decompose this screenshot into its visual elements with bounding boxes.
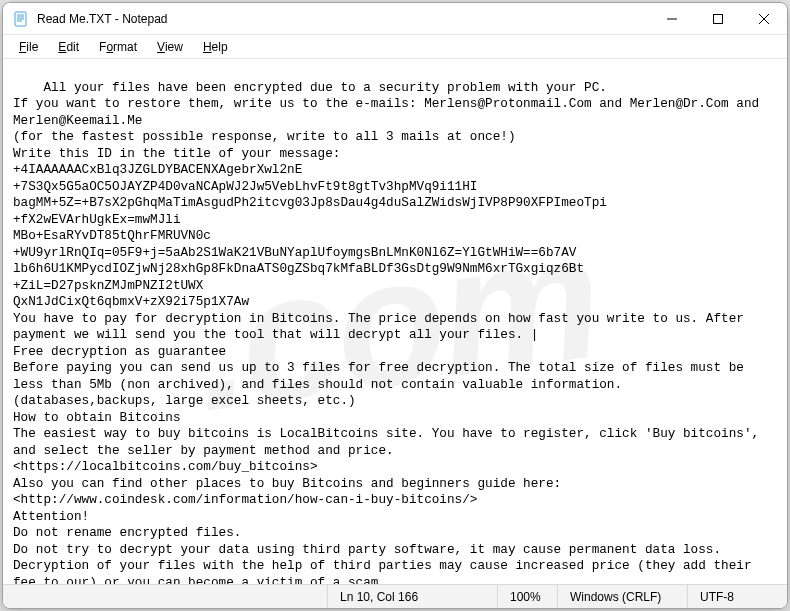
menubar: File Edit Format View Help: [3, 35, 787, 59]
notepad-icon: [13, 11, 29, 27]
menu-file[interactable]: File: [9, 38, 48, 56]
menu-format[interactable]: Format: [89, 38, 147, 56]
window-controls: [649, 3, 787, 34]
statusbar: Ln 10, Col 166 100% Windows (CRLF) UTF-8: [3, 584, 787, 608]
close-button[interactable]: [741, 3, 787, 35]
menu-view[interactable]: View: [147, 38, 193, 56]
menu-edit[interactable]: Edit: [48, 38, 89, 56]
notepad-window: Read Me.TXT - Notepad File Edit Format V…: [2, 2, 788, 609]
status-zoom: 100%: [497, 585, 557, 608]
editor-content: All your files have been encrypted due t…: [13, 80, 767, 585]
status-eol: Windows (CRLF): [557, 585, 687, 608]
maximize-icon: [713, 14, 723, 24]
menu-help[interactable]: Help: [193, 38, 238, 56]
status-position: Ln 10, Col 166: [327, 585, 497, 608]
text-editor[interactable]: All your files have been encrypted due t…: [3, 59, 787, 584]
close-icon: [759, 14, 769, 24]
svg-rect-6: [714, 15, 723, 24]
minimize-button[interactable]: [649, 3, 695, 35]
maximize-button[interactable]: [695, 3, 741, 35]
minimize-icon: [667, 14, 677, 24]
status-encoding: UTF-8: [687, 585, 787, 608]
status-empty: [3, 585, 327, 608]
window-title: Read Me.TXT - Notepad: [37, 12, 168, 26]
titlebar: Read Me.TXT - Notepad: [3, 3, 787, 35]
